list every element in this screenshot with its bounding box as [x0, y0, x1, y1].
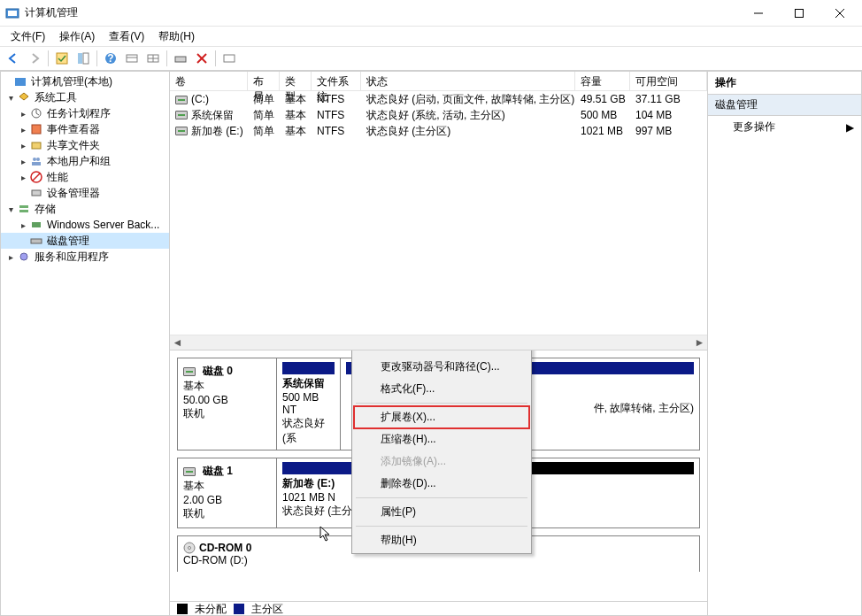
volume-row: 系统保留 简单 基本 NTFS 状态良好 (系统, 活动, 主分区) 500 M…: [170, 107, 707, 123]
app-icon: [5, 6, 19, 20]
svg-rect-6: [57, 53, 67, 64]
tb-icon-1[interactable]: [52, 49, 72, 68]
partition-sysreserved[interactable]: 系统保留 500 MB NT 状态良好 (系: [277, 358, 341, 450]
tree-disk-management[interactable]: 磁盘管理: [1, 233, 169, 249]
tb-icon-5[interactable]: [171, 49, 190, 68]
col-capacity[interactable]: 容量: [575, 72, 630, 90]
volume-row: (C:) 简单 基本 NTFS 状态良好 (启动, 页面文件, 故障转储, 主分…: [170, 91, 707, 107]
titlebar: 计算机管理: [0, 0, 862, 27]
svg-text:?: ?: [107, 52, 113, 65]
svg-rect-25: [32, 142, 41, 149]
minimize-button[interactable]: [738, 0, 779, 27]
disk-0-info: 磁盘 0 基本 50.00 GB 联机: [178, 358, 277, 450]
tb-icon-3[interactable]: [122, 49, 142, 68]
disk-icon: [183, 367, 196, 376]
maximize-button[interactable]: [779, 0, 820, 27]
ctx-item[interactable]: 更改驱动器号和路径(C)...: [354, 356, 529, 378]
menu-view[interactable]: 查看(V): [102, 27, 151, 46]
col-volume[interactable]: 卷: [170, 72, 248, 90]
volume-hscroll[interactable]: ◄►: [170, 335, 707, 350]
tree-event-viewer[interactable]: ▸事件查看器: [1, 121, 169, 137]
tree-task-scheduler[interactable]: ▸任务计划程序: [1, 105, 169, 121]
col-status[interactable]: 状态: [361, 72, 575, 90]
volume-table-body[interactable]: (C:) 简单 基本 NTFS 状态良好 (启动, 页面文件, 故障转储, 主分…: [170, 91, 707, 139]
svg-point-36: [20, 253, 27, 260]
legend-swatch-primary: [234, 604, 244, 614]
tree-system-tools[interactable]: ▾系统工具: [1, 89, 169, 105]
cd-icon: [183, 542, 196, 554]
drive-icon: [175, 96, 188, 104]
legend-swatch-unalloc: [177, 604, 188, 614]
ctx-item[interactable]: 压缩卷(H)...: [354, 428, 529, 450]
tb-icon-2[interactable]: [73, 49, 93, 68]
svg-rect-16: [175, 57, 186, 62]
context-menu: 打开(O)资源管理器(E)将分区标记为活动分区(M)更改驱动器号和路径(C)..…: [351, 350, 532, 554]
disk-icon: [183, 467, 196, 476]
tb-icon-4[interactable]: [143, 49, 163, 68]
svg-rect-33: [19, 210, 28, 212]
svg-point-27: [36, 158, 40, 161]
ctx-item[interactable]: 扩展卷(X)...: [354, 406, 529, 428]
tree-wsb[interactable]: ▸Windows Server Back...: [1, 217, 169, 233]
delete-icon[interactable]: [192, 49, 212, 68]
col-layout[interactable]: 布局: [248, 72, 280, 90]
more-actions[interactable]: 更多操作▶: [708, 116, 861, 138]
col-free[interactable]: 可用空间: [630, 72, 707, 90]
main-content: 卷 布局 类型 文件系统 状态 容量 可用空间 (C:) 简单 基本 NTFS …: [170, 71, 708, 616]
svg-rect-34: [32, 222, 41, 227]
ctx-item[interactable]: 帮助(H): [354, 529, 529, 551]
navigation-tree[interactable]: 计算机管理(本地) ▾系统工具 ▸任务计划程序 ▸事件查看器 ▸共享文件夹 ▸本…: [0, 71, 170, 616]
actions-section: 磁盘管理: [708, 95, 861, 116]
svg-rect-31: [32, 190, 41, 196]
tb-icon-6[interactable]: [219, 49, 239, 68]
volume-table-header: 卷 布局 类型 文件系统 状态 容量 可用空间: [170, 72, 707, 91]
tree-shared-folders[interactable]: ▸共享文件夹: [1, 137, 169, 153]
chevron-right-icon: ▶: [846, 121, 854, 134]
svg-point-38: [189, 547, 191, 550]
svg-rect-7: [78, 53, 82, 64]
svg-rect-32: [19, 205, 28, 208]
menu-action[interactable]: 操作(A): [52, 27, 102, 46]
ctx-item[interactable]: 格式化(F)...: [354, 378, 529, 400]
svg-rect-35: [31, 239, 42, 243]
tree-storage[interactable]: ▾存储: [1, 201, 169, 217]
col-type[interactable]: 类型: [280, 72, 312, 90]
disk-1-info: 磁盘 1 基本 2.00 GB 联机: [178, 458, 277, 527]
actions-header: 操作: [708, 72, 861, 95]
svg-line-30: [33, 173, 40, 181]
window-title: 计算机管理: [25, 5, 738, 20]
svg-rect-19: [224, 55, 235, 62]
actions-pane: 操作 磁盘管理 更多操作▶: [708, 71, 862, 616]
tree-services-apps[interactable]: ▸服务和应用程序: [1, 249, 169, 265]
svg-rect-8: [83, 53, 89, 64]
tree-local-users[interactable]: ▸本地用户和组: [1, 153, 169, 169]
forward-button[interactable]: [25, 49, 44, 68]
close-button[interactable]: [820, 0, 860, 27]
legend: 未分配 主分区: [170, 601, 707, 615]
toolbar: ?: [0, 46, 862, 71]
menu-file[interactable]: 文件(F): [4, 27, 52, 46]
tree-performance[interactable]: ▸性能: [1, 169, 169, 185]
col-fs[interactable]: 文件系统: [312, 72, 361, 90]
tree-device-manager[interactable]: 设备管理器: [1, 185, 169, 201]
tree-root[interactable]: 计算机管理(本地): [1, 73, 169, 89]
menubar: 文件(F) 操作(A) 查看(V) 帮助(H): [0, 27, 862, 46]
ctx-item[interactable]: 属性(P): [354, 501, 529, 523]
help-icon[interactable]: ?: [101, 49, 120, 68]
svg-rect-11: [127, 55, 137, 62]
menu-help[interactable]: 帮助(H): [151, 27, 202, 46]
svg-rect-20: [15, 78, 26, 86]
svg-rect-1: [8, 11, 17, 16]
ctx-item[interactable]: 将分区标记为活动分区(M): [354, 350, 529, 356]
drive-icon: [175, 111, 188, 119]
disk-graphical-view: 磁盘 0 基本 50.00 GB 联机 系统保留 500 MB NT 状态良好 …: [170, 350, 707, 615]
svg-rect-24: [32, 125, 41, 134]
volume-row: 新加卷 (E:) 简单 基本 NTFS 状态良好 (主分区) 1021 MB 9…: [170, 123, 707, 139]
cdrom-info: CD-ROM 0 CD-ROM (D:): [178, 536, 277, 572]
svg-rect-28: [32, 162, 41, 166]
ctx-item[interactable]: 删除卷(D)...: [354, 473, 529, 495]
svg-point-26: [33, 158, 36, 161]
drive-icon: [175, 127, 188, 135]
svg-rect-3: [796, 9, 804, 17]
back-button[interactable]: [4, 49, 23, 68]
